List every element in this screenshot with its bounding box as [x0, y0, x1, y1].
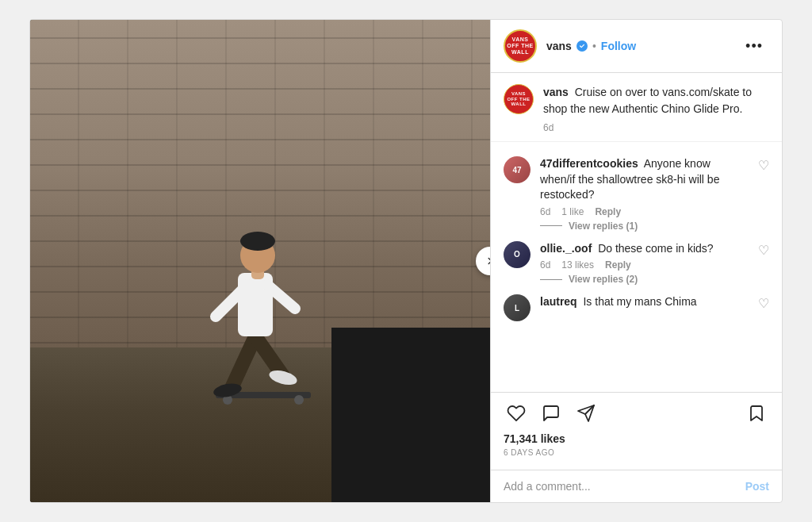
like-comment-button-3[interactable]: ♡ — [758, 296, 769, 311]
vans-logo-caption: VANSOFF THE WALL — [504, 91, 533, 107]
header-username[interactable]: vans — [546, 40, 572, 52]
like-button[interactable] — [504, 401, 529, 426]
svg-line-4 — [255, 336, 283, 376]
view-replies-1[interactable]: View replies (1) — [540, 221, 749, 232]
post-content: VANSOFF THE WALL vans • Follow ••• VANSO… — [490, 20, 782, 502]
add-comment-area: Post — [491, 470, 782, 502]
header-avatar[interactable]: VANSOFF THE WALL — [504, 29, 537, 63]
caption-avatar[interactable]: VANSOFF THE WALL — [504, 84, 534, 114]
caption-area: VANSOFF THE WALL vans Cruise on over to … — [491, 73, 782, 142]
comment-item-3: L lautreq Is that my mans Chima ♡ — [491, 290, 782, 326]
caption-text: vans Cruise on over to vans.com/skate to… — [543, 84, 769, 117]
black-panel — [331, 328, 490, 502]
comment-item-2: O ollie._.oof Do these come in kids? 6d … — [491, 236, 782, 290]
comment-meta-1: 6d 1 like Reply — [540, 206, 749, 217]
chevron-right-icon — [485, 255, 490, 267]
comment-content-3: Is that my mans Chima — [583, 295, 696, 308]
heart-icon — [507, 404, 526, 423]
actions-bar: 71,341 likes 6 days ago — [491, 392, 782, 470]
post-header: VANSOFF THE WALL vans • Follow ••• — [491, 20, 782, 73]
comment-icon — [542, 404, 561, 423]
header-info: vans • Follow — [546, 40, 739, 52]
caption-username[interactable]: vans — [543, 86, 569, 98]
bookmark-icon — [747, 404, 766, 423]
comment-body-3: lautreq Is that my mans Chima — [540, 294, 749, 310]
follow-button[interactable]: Follow — [601, 40, 636, 52]
commenter-avatar-1[interactable]: 47 — [504, 156, 530, 183]
comment-button[interactable] — [538, 401, 564, 426]
dot-separator: • — [592, 40, 596, 52]
comment-input[interactable] — [504, 480, 745, 493]
post-container: VANSOFF THE WALL vans • Follow ••• VANSO… — [29, 19, 783, 503]
vans-logo: VANSOFF THE WALL — [505, 36, 535, 55]
likes-count: 71,341 likes — [504, 432, 769, 445]
svg-point-12 — [240, 232, 275, 251]
commenter-avatar-3[interactable]: L — [504, 294, 530, 321]
like-comment-button-2[interactable]: ♡ — [758, 243, 769, 258]
view-replies-text-1[interactable]: View replies (1) — [569, 221, 638, 232]
post-date: 6 days ago — [504, 448, 769, 457]
skater-image — [30, 20, 490, 502]
comment-text-1: 47differentcookies Anyone know when/if t… — [540, 156, 749, 203]
commenter-username-1[interactable]: 47differentcookies — [540, 157, 638, 170]
comment-body-1: 47differentcookies Anyone know when/if t… — [540, 156, 749, 232]
verified-badge — [576, 40, 588, 52]
comment-time-1: 6d — [540, 206, 550, 217]
like-comment-button-1[interactable]: ♡ — [758, 158, 769, 173]
comments-section: 47 47differentcookies Anyone know when/i… — [491, 142, 782, 392]
svg-line-3 — [232, 336, 255, 388]
comment-content-2: Do these come in kids? — [598, 242, 714, 255]
commenter-username-2[interactable]: ollie._.oof — [540, 242, 592, 255]
reply-button-2[interactable]: Reply — [605, 259, 631, 271]
commenter-avatar-2[interactable]: O — [504, 241, 530, 268]
save-button[interactable] — [744, 401, 769, 426]
comment-time-2: 6d — [540, 259, 550, 271]
comment-item: 47 47differentcookies Anyone know when/i… — [491, 152, 782, 236]
more-options-button[interactable]: ••• — [739, 35, 769, 58]
caption-content: vans Cruise on over to vans.com/skate to… — [543, 84, 769, 133]
view-replies-2[interactable]: View replies (2) — [540, 274, 749, 285]
replies-line — [540, 225, 562, 226]
view-replies-text-2[interactable]: View replies (2) — [569, 274, 638, 285]
svg-point-2 — [294, 395, 304, 405]
comment-text-3: lautreq Is that my mans Chima — [540, 294, 749, 310]
share-button[interactable] — [573, 401, 599, 426]
comment-meta-2: 6d 13 likes Reply — [540, 259, 749, 271]
comment-body-2: ollie._.oof Do these come in kids? 6d 13… — [540, 241, 749, 286]
caption-body: Cruise on over to vans.com/skate to shop… — [543, 86, 752, 115]
post-comment-button[interactable]: Post — [745, 480, 769, 493]
replies-line-2 — [540, 279, 562, 280]
skater-figure — [168, 162, 343, 416]
reply-button-1[interactable]: Reply — [595, 206, 621, 217]
caption-time: 6d — [543, 122, 769, 133]
share-icon — [576, 404, 596, 423]
post-image-area — [30, 20, 490, 502]
comment-likes-2: 13 likes — [561, 259, 594, 271]
comment-likes-1: 1 like — [561, 206, 584, 217]
commenter-username-3[interactable]: lautreq — [540, 295, 577, 308]
action-icons — [504, 401, 769, 426]
comment-text-2: ollie._.oof Do these come in kids? — [540, 241, 749, 257]
